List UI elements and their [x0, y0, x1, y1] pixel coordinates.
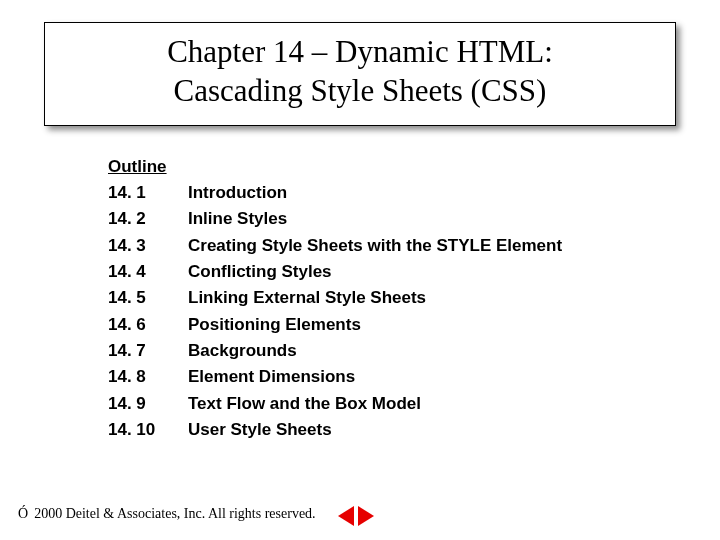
outline-number: 14. 4 — [108, 259, 188, 285]
outline-heading: Outline — [108, 154, 720, 180]
outline-number: 14. 1 — [108, 180, 188, 206]
outline-row: 14. 5Linking External Style Sheets — [108, 285, 720, 311]
outline-label: Linking External Style Sheets — [188, 285, 426, 311]
outline-label: Backgrounds — [188, 338, 297, 364]
outline-row: 14. 9Text Flow and the Box Model — [108, 391, 720, 417]
outline-row: 14. 3Creating Style Sheets with the STYL… — [108, 233, 720, 259]
outline-row: 14. 7Backgrounds — [108, 338, 720, 364]
outline-label: Element Dimensions — [188, 364, 355, 390]
outline-row: 14. 1Introduction — [108, 180, 720, 206]
outline-block: Outline 14. 1Introduction14. 2Inline Sty… — [108, 154, 720, 444]
outline-number: 14. 3 — [108, 233, 188, 259]
outline-label: Conflicting Styles — [188, 259, 332, 285]
outline-row: 14. 4Conflicting Styles — [108, 259, 720, 285]
outline-label: Creating Style Sheets with the STYLE Ele… — [188, 233, 562, 259]
outline-label: Text Flow and the Box Model — [188, 391, 421, 417]
slide-title-line1: Chapter 14 – Dynamic HTML: — [53, 33, 667, 72]
nav-arrows — [338, 506, 374, 526]
outline-number: 14. 6 — [108, 312, 188, 338]
outline-number: 14. 8 — [108, 364, 188, 390]
slide-title-line2: Cascading Style Sheets (CSS) — [53, 72, 667, 111]
copyright-footer: Ó 2000 Deitel & Associates, Inc. All rig… — [18, 506, 316, 522]
outline-number: 14. 9 — [108, 391, 188, 417]
outline-row: 14. 6Positioning Elements — [108, 312, 720, 338]
slide-title-box: Chapter 14 – Dynamic HTML: Cascading Sty… — [44, 22, 676, 126]
outline-row: 14. 10User Style Sheets — [108, 417, 720, 443]
outline-label: User Style Sheets — [188, 417, 332, 443]
outline-number: 14. 10 — [108, 417, 188, 443]
outline-number: 14. 5 — [108, 285, 188, 311]
outline-label: Introduction — [188, 180, 287, 206]
outline-number: 14. 2 — [108, 206, 188, 232]
next-arrow-icon[interactable] — [358, 506, 374, 526]
outline-row: 14. 2Inline Styles — [108, 206, 720, 232]
outline-row: 14. 8Element Dimensions — [108, 364, 720, 390]
copyright-symbol: Ó — [18, 506, 28, 522]
outline-list: 14. 1Introduction14. 2Inline Styles14. 3… — [108, 180, 720, 443]
prev-arrow-icon[interactable] — [338, 506, 354, 526]
outline-label: Inline Styles — [188, 206, 287, 232]
outline-number: 14. 7 — [108, 338, 188, 364]
outline-label: Positioning Elements — [188, 312, 361, 338]
copyright-text: 2000 Deitel & Associates, Inc. All right… — [34, 506, 316, 522]
